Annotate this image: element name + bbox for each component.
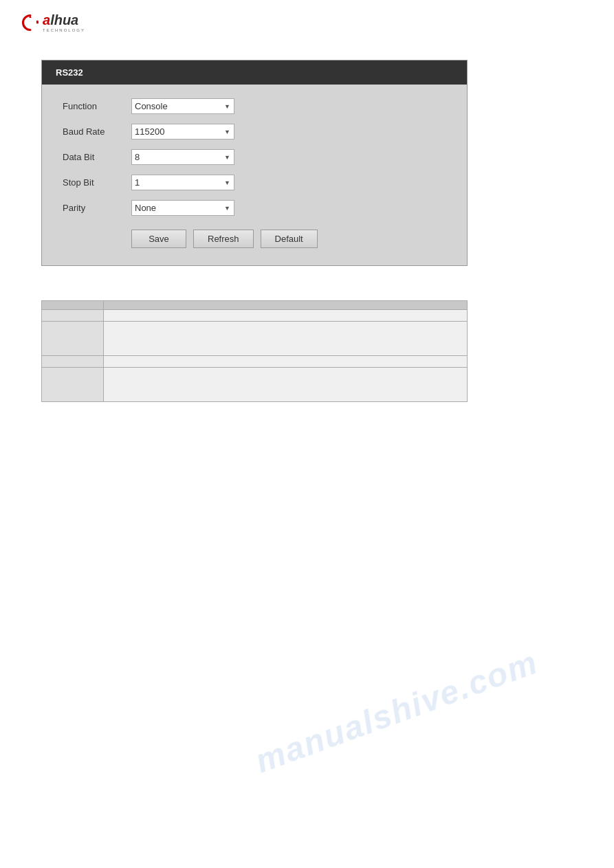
logo-area: alhua TECHNOLOGY bbox=[0, 0, 614, 39]
databit-row: Data Bit 5 6 7 8 bbox=[63, 149, 446, 165]
baudrate-label: Baud Rate bbox=[63, 126, 131, 137]
function-select-wrapper: Console PTZ Transparent bbox=[131, 98, 234, 114]
table-row bbox=[42, 368, 468, 402]
rs232-body: Function Console PTZ Transparent Baud Ra… bbox=[42, 85, 467, 265]
logo-icon bbox=[21, 13, 40, 32]
parity-label: Parity bbox=[63, 203, 131, 213]
parity-select-wrapper: None Odd Even bbox=[131, 200, 234, 216]
buttons-row: Save Refresh Default bbox=[63, 230, 446, 248]
watermark: manualshive.com bbox=[250, 643, 543, 781]
table-cell-label bbox=[42, 310, 104, 322]
table-row bbox=[42, 310, 468, 322]
databit-select[interactable]: 5 6 7 8 bbox=[131, 149, 234, 165]
table-cell-label bbox=[42, 356, 104, 368]
parity-select[interactable]: None Odd Even bbox=[131, 200, 234, 216]
table-row bbox=[42, 301, 468, 310]
brand-subtext: TECHNOLOGY bbox=[43, 28, 85, 32]
save-button[interactable]: Save bbox=[131, 230, 186, 248]
table-header-col1 bbox=[42, 301, 104, 310]
stopbit-row: Stop Bit 1 2 bbox=[63, 175, 446, 190]
table-cell-value bbox=[104, 322, 468, 356]
databit-select-wrapper: 5 6 7 8 bbox=[131, 149, 234, 165]
baudrate-row: Baud Rate 1200 2400 4800 9600 19200 3840… bbox=[63, 124, 446, 140]
panel-title: RS232 bbox=[56, 67, 83, 78]
info-table bbox=[41, 300, 468, 402]
baudrate-select-wrapper: 1200 2400 4800 9600 19200 38400 57600 11… bbox=[131, 124, 234, 140]
stopbit-label: Stop Bit bbox=[63, 177, 131, 188]
table-header-col2 bbox=[104, 301, 468, 310]
logo: alhua TECHNOLOGY bbox=[21, 12, 593, 32]
rs232-panel: RS232 Function Console PTZ Transparent B… bbox=[41, 60, 468, 266]
function-row: Function Console PTZ Transparent bbox=[63, 98, 446, 114]
function-label: Function bbox=[63, 101, 131, 111]
brand-name: alhua bbox=[43, 12, 85, 27]
default-button[interactable]: Default bbox=[261, 230, 318, 248]
stopbit-select-wrapper: 1 2 bbox=[131, 175, 234, 190]
parity-row: Parity None Odd Even bbox=[63, 200, 446, 216]
table-row bbox=[42, 322, 468, 356]
table-row bbox=[42, 356, 468, 368]
refresh-button[interactable]: Refresh bbox=[193, 230, 254, 248]
table-cell-label bbox=[42, 368, 104, 402]
baudrate-select[interactable]: 1200 2400 4800 9600 19200 38400 57600 11… bbox=[131, 124, 234, 140]
table-cell-value bbox=[104, 368, 468, 402]
rs232-header: RS232 bbox=[42, 60, 467, 85]
table-cell-label bbox=[42, 322, 104, 356]
stopbit-select[interactable]: 1 2 bbox=[131, 175, 234, 190]
table-cell-value bbox=[104, 356, 468, 368]
table-cell-value bbox=[104, 310, 468, 322]
databit-label: Data Bit bbox=[63, 152, 131, 162]
content-area: RS232 Function Console PTZ Transparent B… bbox=[0, 39, 614, 423]
function-select[interactable]: Console PTZ Transparent bbox=[131, 98, 234, 114]
